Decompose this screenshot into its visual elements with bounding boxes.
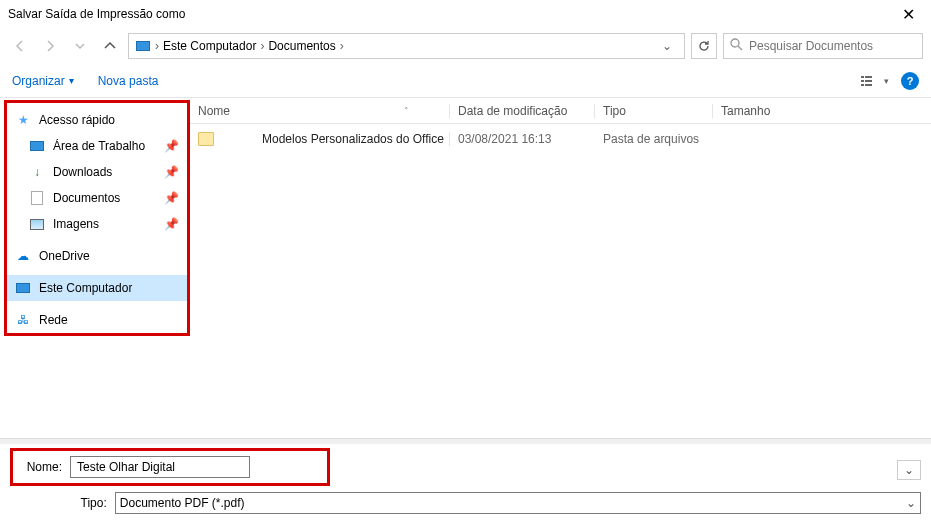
chevron-down-icon: ▾ (884, 76, 889, 86)
sidebar-item-downloads[interactable]: ↓ Downloads 📌 (7, 159, 187, 185)
search-input[interactable] (749, 39, 916, 53)
column-header-type[interactable]: Tipo (595, 104, 713, 118)
folder-icon (198, 132, 214, 146)
chevron-right-icon: › (260, 39, 264, 53)
pin-icon: 📌 (164, 191, 179, 205)
sort-asc-icon: ˄ (404, 106, 409, 116)
svg-rect-4 (861, 80, 864, 82)
navigation-sidebar: ★ Acesso rápido Área de Trabalho 📌 ↓ Dow… (4, 100, 190, 336)
svg-rect-7 (865, 84, 872, 86)
column-header-name[interactable]: Nome ˄ (190, 104, 450, 118)
filetype-label: Tipo: (10, 496, 107, 510)
svg-point-0 (731, 39, 739, 47)
view-icon (860, 74, 882, 88)
file-name: Modelos Personalizados do Office (262, 132, 444, 146)
network-icon: 🖧 (15, 312, 31, 328)
search-icon (730, 38, 743, 54)
svg-rect-5 (865, 80, 872, 82)
pc-icon (135, 38, 151, 54)
column-header-date[interactable]: Data de modificação (450, 104, 595, 118)
nav-back-button[interactable] (8, 34, 32, 58)
nav-up-button[interactable] (98, 34, 122, 58)
chevron-right-icon: › (340, 39, 344, 53)
new-folder-button[interactable]: Nova pasta (98, 74, 159, 88)
sidebar-item-desktop[interactable]: Área de Trabalho 📌 (7, 133, 187, 159)
filetype-select[interactable]: Documento PDF (*.pdf) ⌄ (115, 492, 921, 514)
sidebar-item-onedrive[interactable]: ☁ OneDrive (7, 243, 187, 269)
file-type: Pasta de arquivos (595, 132, 713, 146)
svg-rect-2 (861, 76, 864, 78)
address-dropdown-icon[interactable]: ⌄ (656, 39, 678, 53)
desktop-icon (29, 138, 45, 154)
svg-line-1 (738, 46, 742, 50)
sidebar-quick-access[interactable]: ★ Acesso rápido (7, 107, 187, 133)
address-bar[interactable]: › Este Computador › Documentos › ⌄ (128, 33, 685, 59)
chevron-down-icon: ▾ (69, 75, 74, 86)
svg-rect-6 (861, 84, 864, 86)
sidebar-item-documents[interactable]: Documentos 📌 (7, 185, 187, 211)
sidebar-item-images[interactable]: Imagens 📌 (7, 211, 187, 237)
chevron-right-icon: › (155, 39, 159, 53)
download-icon: ↓ (29, 164, 45, 180)
file-list: Nome ˄ Data de modificação Tipo Tamanho … (190, 98, 931, 438)
file-row[interactable]: Modelos Personalizados do Office 03/08/2… (190, 124, 931, 154)
image-icon (29, 216, 45, 232)
filename-label: Nome: (16, 460, 62, 474)
recent-locations-button[interactable] (68, 34, 92, 58)
nav-forward-button[interactable] (38, 34, 62, 58)
svg-rect-3 (865, 76, 872, 78)
filename-dropdown-icon[interactable]: ⌄ (897, 460, 921, 480)
refresh-button[interactable] (691, 33, 717, 59)
cloud-icon: ☁ (15, 248, 31, 264)
view-options-button[interactable]: ▾ (860, 74, 889, 88)
pin-icon: 📌 (164, 217, 179, 231)
chevron-down-icon: ⌄ (906, 496, 916, 510)
document-icon (29, 190, 45, 206)
filename-input[interactable] (70, 456, 250, 478)
pin-icon: 📌 (164, 139, 179, 153)
file-date: 03/08/2021 16:13 (450, 132, 595, 146)
breadcrumb-item[interactable]: Documentos (268, 39, 335, 53)
search-box[interactable] (723, 33, 923, 59)
close-icon[interactable]: ✕ (894, 5, 923, 24)
pc-icon (15, 280, 31, 296)
star-icon: ★ (15, 112, 31, 128)
sidebar-item-network[interactable]: 🖧 Rede (7, 307, 187, 333)
pin-icon: 📌 (164, 165, 179, 179)
organize-menu[interactable]: Organizar▾ (12, 74, 74, 88)
breadcrumb-item[interactable]: Este Computador (163, 39, 256, 53)
window-title: Salvar Saída de Impressão como (8, 7, 894, 21)
sidebar-item-this-pc[interactable]: Este Computador (7, 275, 187, 301)
help-button[interactable]: ? (901, 72, 919, 90)
column-header-size[interactable]: Tamanho (713, 104, 931, 118)
filename-row-highlight: Nome: (10, 448, 330, 486)
